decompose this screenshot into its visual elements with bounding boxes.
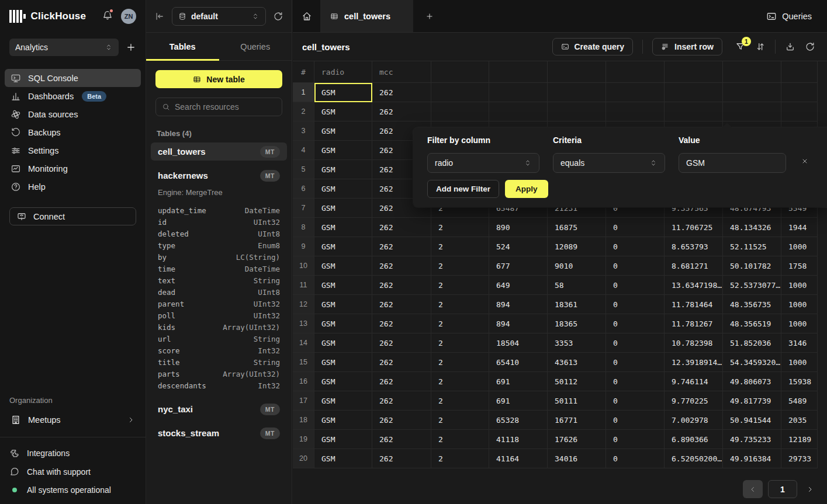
table-cell[interactable]: 1000 [781,237,818,256]
create-query-button[interactable]: Create query [552,38,634,55]
table-cell[interactable]: GSM [314,102,372,121]
table-cell[interactable]: 65410 [489,353,548,372]
refresh-tables-button[interactable] [273,11,283,22]
table-cell[interactable]: 1000 [781,295,818,314]
column-header-mcc[interactable]: mcc [372,61,431,83]
table-cell[interactable]: 41118 [489,430,548,449]
table-cell[interactable]: 2 [431,256,489,276]
table-cell[interactable] [723,83,781,102]
remove-filter-button[interactable] [801,158,808,165]
column-header-radio[interactable]: radio [314,61,372,83]
table-cell[interactable]: 41164 [489,449,548,468]
table-cell[interactable]: 0 [606,218,665,237]
current-page-indicator[interactable]: 1 [768,480,797,498]
table-cell[interactable]: 16875 [548,218,606,237]
avatar[interactable]: ZN [121,9,136,24]
table-cell[interactable]: 0 [606,237,665,256]
column-header[interactable] [781,61,818,83]
table-cell[interactable]: 3353 [548,333,606,353]
sidebar-item-data-sources[interactable]: Data sources [5,105,141,123]
table-cell[interactable]: 524 [489,237,548,256]
table-cell[interactable]: 50.101782 [723,256,781,276]
table-cell[interactable]: GSM [314,391,372,411]
table-cell[interactable]: 890 [489,218,548,237]
workspace-select[interactable]: Analytics [9,39,119,56]
sidebar-item-all-systems-operational[interactable]: All systems operational [9,485,136,495]
table-cell[interactable]: GSM [314,314,372,333]
table-cell[interactable]: 262 [372,391,431,411]
column-header[interactable] [723,61,781,83]
table-cell[interactable]: 262 [372,295,431,314]
table-cell[interactable]: GSM [314,372,372,391]
table-cell[interactable]: 48.356519 [723,314,781,333]
sidebar-item-meetups[interactable]: Meetups [5,411,141,429]
filter-value-input[interactable] [686,158,778,168]
table-cell[interactable] [489,102,548,121]
table-cell[interactable]: 58 [548,276,606,295]
refresh-data-button[interactable] [805,41,815,52]
table-cell[interactable]: 2 [431,276,489,295]
table-cell[interactable]: 0 [606,353,665,372]
table-cell[interactable]: 894 [489,314,548,333]
apply-filter-button[interactable]: Apply [505,180,548,198]
table-cell[interactable] [665,102,723,121]
table-cell[interactable]: 262 [372,276,431,295]
table-cell[interactable]: GSM [314,411,372,430]
table-cell[interactable]: 1000 [781,276,818,295]
table-cell[interactable]: 12189 [781,430,818,449]
table-cell[interactable]: 18504 [489,333,548,353]
table-cell[interactable]: 2 [431,391,489,411]
table-cell[interactable]: 0 [606,449,665,468]
table-cell[interactable]: 18365 [548,314,606,333]
table-cell[interactable]: GSM [314,160,372,179]
table-list-item-hackernews[interactable]: hackernewsMT [151,166,287,185]
table-cell[interactable] [781,102,818,121]
column-header[interactable] [606,61,665,83]
table-cell[interactable]: GSM [314,276,372,295]
notifications-button[interactable] [102,10,113,23]
table-cell[interactable]: 2 [431,218,489,237]
table-cell[interactable]: GSM [314,199,372,218]
tab-queries[interactable]: Queries [219,33,292,60]
table-list-item-stocks_stream[interactable]: stocks_streamMT [151,424,287,442]
table-cell[interactable] [606,102,665,121]
table-cell[interactable]: 9010 [548,256,606,276]
next-page-button[interactable] [802,480,818,498]
collapse-panel-button[interactable] [154,11,165,22]
table-cell[interactable]: 49.817739 [723,391,781,411]
table-cell[interactable]: 9.770225 [665,391,723,411]
insert-row-button[interactable]: Insert row [652,38,722,55]
table-cell[interactable]: GSM [314,179,372,199]
table-cell[interactable]: 2 [431,372,489,391]
table-cell[interactable]: 262 [372,83,431,102]
workspace-tab-cell-towers[interactable]: cell_towers [321,0,413,32]
table-cell[interactable] [665,83,723,102]
table-cell[interactable]: 2 [431,411,489,430]
table-cell[interactable]: GSM [314,353,372,372]
sidebar-item-integrations[interactable]: Integrations [9,448,136,458]
table-cell[interactable]: 262 [372,237,431,256]
filter-criteria-select[interactable]: equals [553,153,665,173]
table-cell[interactable]: 262 [372,102,431,121]
table-cell[interactable]: 262 [372,256,431,276]
table-cell[interactable]: 48.356735 [723,295,781,314]
table-cell[interactable]: GSM [314,83,372,102]
column-header[interactable] [548,61,606,83]
table-cell[interactable]: 2 [431,353,489,372]
table-cell[interactable]: 34016 [548,449,606,468]
table-cell[interactable]: 49.916384 [723,449,781,468]
table-cell[interactable] [781,83,818,102]
column-header[interactable] [665,61,723,83]
table-cell[interactable]: 0 [606,411,665,430]
connect-button[interactable]: Connect [9,207,136,225]
table-cell[interactable]: 2 [431,333,489,353]
table-cell[interactable]: 11.781267 [665,314,723,333]
table-cell[interactable]: 11.781464 [665,295,723,314]
table-cell[interactable]: GSM [314,430,372,449]
table-cell[interactable]: 52.5373077… [723,276,781,295]
table-cell[interactable]: 5489 [781,391,818,411]
table-cell[interactable]: 0 [606,314,665,333]
sidebar-item-monitoring[interactable]: Monitoring [5,159,141,178]
table-cell[interactable]: 1000 [781,314,818,333]
table-list-item-nyc_taxi[interactable]: nyc_taxiMT [151,400,287,418]
